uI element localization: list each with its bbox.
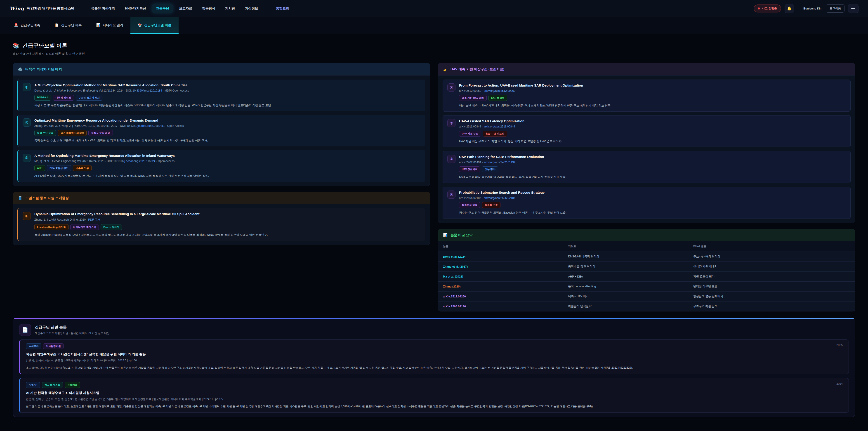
related-header: 📄 긴급구난 관련 논문 해양수색구조 의사결정지원 · 실시간 데이터·AI …	[13, 319, 855, 339]
paper-card: ② Optimized Maritime Emergency Resource …	[18, 115, 426, 147]
tag-row: Location-Routing 최적화하이브리드 휴리스틱Pareto 다목적	[34, 224, 421, 230]
tab-rescue-forecast[interactable]: 🚨 긴급구난예측	[7, 17, 48, 34]
pdf-link[interactable]: PDF 공개	[88, 218, 100, 221]
nav-item-aerial-search[interactable]: 항공탐색	[198, 4, 219, 13]
paper-meta: Ma, Q. et al. | Ocean Engineering Vol.28…	[34, 160, 421, 163]
nav-item-hns-diffusion[interactable]: HNS·대기확산	[121, 4, 150, 13]
hamburger-menu-button[interactable]	[848, 4, 859, 13]
section-comparison: 📊 논문 비교 요약 논문 키워드 WING 활용 Dong et al. (2…	[438, 229, 855, 311]
paper-title: UAV-Assisted SAR Latency Optimization	[459, 119, 846, 123]
wing-usage-cell: 구조자산 배치 최적화	[688, 252, 855, 262]
tag: Location-Routing 최적화	[34, 224, 68, 230]
paper-link[interactable]: Ma et al. (2023)	[443, 275, 463, 278]
nav-item-emergency-rescue[interactable]: 긴급구난	[152, 4, 173, 13]
tag: 한국형 시스템	[42, 382, 63, 388]
topbar-right: 사고 진행중 🔔 Eunjeong Kim 로그아웃	[754, 4, 859, 13]
tag: UAV 지원 구조	[459, 131, 481, 136]
nav-item-oil-spill-forecast[interactable]: 유출유 확산예측	[87, 4, 119, 13]
divider	[267, 5, 267, 12]
tag: DEA 효율성 평가	[47, 165, 71, 171]
wing-usage-cell: 자원 효율성 평가	[688, 272, 855, 282]
bell-icon: 🔔	[787, 6, 792, 11]
nav-item-weather-info[interactable]: 기상정보	[241, 4, 262, 13]
tag: 잠수함 구조	[482, 202, 500, 208]
tag: SAR 최적화	[489, 95, 507, 101]
books-icon: 📚	[138, 23, 142, 27]
notifications-button[interactable]: 🔔	[784, 4, 794, 13]
arxiv-id: arXiv:2402.01494 ·	[459, 161, 484, 164]
alert-dot-icon	[758, 7, 760, 9]
column-header-paper: 논문	[438, 241, 563, 252]
tab-rescue-model-theory[interactable]: 📚 긴급구난모델 이론	[130, 17, 179, 34]
arxiv-link[interactable]: arxiv.org/abs/2512.09260	[484, 89, 515, 92]
comparison-table: 논문 키워드 WING 활용 Dong et al. (2024)DNSGA-I…	[438, 241, 855, 311]
paper-link[interactable]: Zhang et al. (2017)	[443, 265, 468, 268]
column-header-keywords: 키워드	[563, 241, 688, 252]
doi-link[interactable]: 10.3390/jmse12010184	[132, 89, 162, 92]
page-title: 📚 긴급구난모델 이론	[13, 42, 855, 49]
page-subtitle: 해상 긴급구난 자원 배치·최적화 이론 및 참고 연구 문헌	[13, 52, 855, 56]
wing-usage-cell: 방제정 라우팅 모델	[688, 282, 855, 291]
section-title: 논문 비교 요약	[451, 233, 473, 237]
paper-link[interactable]: Dong et al. (2024)	[443, 255, 467, 258]
paper-card: ① Dynamic Optimization of Emergency Reso…	[18, 208, 426, 241]
logout-button[interactable]: 로그아웃	[826, 4, 844, 13]
section-header-uav: 🚁 UAV·예측 기반 해상구조 (보조자료)	[438, 63, 855, 75]
doi-link[interactable]: 10.1371/journal.pone.0189411	[127, 124, 165, 127]
page-title-text: 긴급구난모델 이론	[22, 42, 67, 49]
wing-usage-cell: 구조구역 확률 탐색	[688, 302, 855, 311]
incident-status-badge[interactable]: 사고 진행중	[754, 4, 781, 12]
tag-row: DNSGA-II다목적 최적화구조선·항공기 배치	[34, 95, 421, 100]
paper-link[interactable]: Zhang (2020)	[443, 285, 460, 288]
paper-card: ③ UAV Path Planning for SAR: Performance…	[442, 151, 850, 183]
section-related-papers: 📄 긴급구난 관련 논문 해양수색구조 의사결정지원 · 실시간 데이터·AI …	[13, 318, 855, 417]
bar-chart-icon: 📊	[443, 233, 447, 237]
table-row: Ma et al. (2023)AHP + DEA자원 효율성 평가	[438, 272, 855, 282]
tag: UAV 경로계획	[459, 166, 480, 172]
app-title: 해양환경 위기대응 통합시스템	[27, 6, 74, 11]
arxiv-link[interactable]: arxiv.org/abs/2511.00844	[484, 125, 515, 128]
paper-link[interactable]: arXiv:2505.02186	[443, 305, 466, 308]
main-nav: 유출유 확산예측 HNS·대기확산 긴급구난 보고자료 항공탐색 게시판 기상정…	[87, 4, 293, 13]
paper-volume: 12(12):e0189411, 2017 · DOI:	[88, 124, 127, 127]
section-header-comparison: 📊 논문 비교 요약	[438, 229, 855, 241]
tab-rescue-list[interactable]: 📋 긴급구난 목록	[48, 17, 89, 34]
paper-link[interactable]: arXiv:2512.09260	[443, 295, 466, 298]
table-row: Zhang (2020)동적 Location-Routing방제정 라우팅 모…	[438, 282, 855, 291]
divider	[81, 5, 81, 12]
paper-number-badge: ①	[23, 212, 31, 220]
tag-row: 수색구조의사결정지원	[26, 343, 843, 349]
tag: 내수로 적용	[73, 165, 92, 171]
paper-description: 동적 Location-Routing 최적화 모델 + 하이브리드 휴리스틱 …	[34, 233, 421, 237]
page-content: 📚 긴급구난모델 이론 해상 긴급구난 자원 배치·최적화 이론 및 참고 연구…	[0, 34, 868, 417]
arxiv-link[interactable]: arxiv.org/abs/2505.02186	[484, 196, 515, 199]
paper-card: ③ A Method for Optimizing Maritime Emerg…	[18, 150, 426, 182]
app-logo[interactable]: Wing 해양환경 위기대응 통합시스템	[9, 6, 74, 11]
paper-meta: Dong, Y. et al. | J. Marine Science and …	[34, 89, 421, 92]
tag-row: 동적 수요 모델강건 최적화(Robust)불확실 수요 대응	[34, 130, 421, 136]
tag: 하이브리드 휴리스틱	[70, 224, 99, 230]
paper-card: ④ Probabilistic Submarine Search and Res…	[442, 187, 850, 219]
tag-row: AI·SAR한국형 시스템표류예측	[26, 382, 843, 388]
nav-item-integrated-search[interactable]: 통합조회	[272, 4, 293, 13]
paper-access: · MDPI Open Access	[162, 89, 189, 92]
paper-volume: Vol.282:116224, 2023 · DOI:	[76, 160, 113, 163]
paper-meta: arXiv:2511.00844 · arxiv.org/abs/2511.00…	[459, 125, 846, 128]
paper-meta: Zhang, W., Yan, X. & Yang, J. | PLoS ONE…	[34, 124, 421, 127]
tag: 확률론적 탐색	[459, 202, 480, 208]
tag: 수색구조	[26, 343, 41, 349]
tab-scenario-management[interactable]: 📊 시나리오 관리	[89, 17, 130, 34]
arxiv-link[interactable]: arxiv.org/abs/2402.01494	[484, 161, 515, 164]
doi-link[interactable]: 10.1016/j.oceaneng.2023.116224	[114, 160, 155, 163]
paper-title: A Multi-Objective Optimization Method fo…	[34, 83, 421, 87]
journal-name: J. Marine Science and Engineering	[54, 89, 98, 92]
paper-title: Probabilistic Submarine Search and Rescu…	[459, 190, 846, 194]
nav-item-board[interactable]: 게시판	[221, 4, 239, 13]
arxiv-id: arXiv:2505.02186 ·	[459, 196, 484, 199]
tag: 불확실 수요 대응	[88, 130, 113, 136]
paper-access: · Open Access	[155, 160, 175, 163]
nav-item-reports[interactable]: 보고자료	[175, 4, 196, 13]
paper-card: ① From Forecast to Action: UAV-Based Mar…	[442, 80, 850, 112]
tag-row: UAV 경로계획성능 평가	[459, 166, 846, 172]
keywords-cell: 확률론적 탐색전략	[563, 302, 688, 311]
